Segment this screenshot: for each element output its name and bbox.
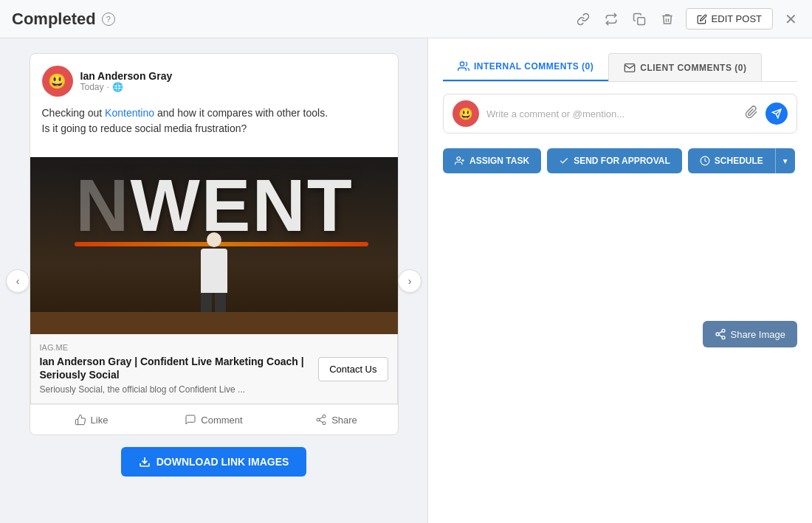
comment-send-button[interactable]: [765, 103, 788, 125]
schedule-button-group: SCHEDULE ▼: [688, 148, 795, 173]
link-icon-btn[interactable]: [574, 10, 593, 29]
stage-floor: [30, 312, 398, 334]
fb-link-preview: IAG.ME Ian Anderson Gray | Confident Liv…: [30, 334, 398, 404]
copy-icon-btn[interactable]: [630, 10, 649, 29]
svg-point-7: [460, 62, 464, 66]
svg-point-3: [323, 422, 326, 425]
help-icon[interactable]: ?: [102, 13, 115, 26]
schedule-dropdown-button[interactable]: ▼: [775, 148, 795, 173]
svg-rect-0: [637, 17, 644, 24]
share-button[interactable]: Share: [275, 408, 398, 432]
main-content: ‹ 😃 Ian Anderson Gray Today · 🌐: [0, 38, 812, 523]
share-image-button[interactable]: Share Image: [703, 321, 797, 347]
schedule-button[interactable]: SCHEDULE: [688, 148, 775, 173]
fb-link-desc: Seriously Social, the official blog of C…: [40, 384, 319, 395]
svg-point-1: [323, 415, 326, 418]
comment-button[interactable]: Comment: [153, 408, 275, 432]
close-button[interactable]: ✕: [782, 7, 800, 31]
header-right: EDIT POST ✕: [574, 7, 800, 31]
avatar: 😃: [42, 66, 73, 97]
comment-input[interactable]: [486, 108, 737, 120]
download-link-images-button[interactable]: DOWNLOAD LINK IMAGES: [121, 447, 307, 477]
like-button[interactable]: Like: [30, 408, 153, 432]
post-link[interactable]: Kontentino: [105, 107, 154, 119]
action-buttons: ASSIGN TASK SEND FOR APPROVAL SCHEDULE ▼: [443, 148, 797, 173]
fb-profile-info: Ian Anderson Gray Today · 🌐: [80, 70, 173, 92]
comment-user-avatar: 😃: [453, 100, 479, 127]
svg-point-15: [716, 333, 719, 336]
svg-point-10: [457, 157, 461, 161]
fb-post-image: N W E N T: [30, 157, 398, 334]
fb-post-meta: Today · 🌐: [80, 82, 173, 92]
facebook-post-card: 😃 Ian Anderson Gray Today · 🌐 Checking o…: [30, 53, 399, 435]
page-title: Completed: [12, 10, 96, 29]
assign-task-button[interactable]: ASSIGN TASK: [443, 148, 541, 173]
svg-line-18: [718, 331, 722, 333]
svg-point-16: [722, 336, 725, 339]
comment-tabs: INTERNAL COMMENTS (0) CLIENT COMMENTS (0…: [443, 53, 797, 82]
fb-actions: Like Comment Share: [30, 404, 398, 434]
right-panel: INTERNAL COMMENTS (0) CLIENT COMMENTS (0…: [428, 38, 812, 523]
svg-line-5: [320, 418, 323, 420]
attach-icon[interactable]: [745, 105, 758, 122]
send-for-approval-button[interactable]: SEND FOR APPROVAL: [547, 148, 682, 173]
contact-us-button[interactable]: Contact Us: [318, 357, 388, 381]
share-image-section: Share Image: [443, 321, 797, 347]
stage-letters: N W E N T: [30, 168, 398, 242]
fb-profile: 😃 Ian Anderson Gray Today · 🌐: [42, 66, 386, 97]
person-silhouette: [201, 232, 227, 314]
svg-line-17: [718, 335, 722, 337]
share-arrows-icon-btn[interactable]: [602, 10, 621, 29]
svg-line-4: [320, 420, 323, 423]
delete-icon-btn[interactable]: [658, 10, 677, 29]
comment-input-area: 😃: [443, 94, 797, 134]
globe-icon: 🌐: [112, 82, 123, 92]
fb-author-name: Ian Anderson Gray: [80, 70, 173, 82]
edit-post-button[interactable]: EDIT POST: [686, 8, 773, 30]
fb-link-title: Ian Anderson Gray | Confident Live Marke…: [40, 355, 319, 381]
prev-arrow[interactable]: ‹: [6, 269, 30, 293]
fb-post-text: Checking out Kontentino and how it compa…: [42, 105, 386, 136]
left-panel: ‹ 😃 Ian Anderson Gray Today · 🌐: [0, 38, 428, 523]
next-arrow[interactable]: ›: [398, 269, 422, 293]
header: Completed ?: [0, 0, 812, 38]
fb-card-inner: 😃 Ian Anderson Gray Today · 🌐 Checking o…: [30, 54, 398, 157]
fb-link-source: IAG.ME: [40, 343, 319, 352]
tab-client-comments[interactable]: CLIENT COMMENTS (0): [608, 53, 762, 81]
stage-background: N W E N T: [30, 157, 398, 334]
header-left: Completed ?: [12, 10, 115, 29]
tab-internal-comments[interactable]: INTERNAL COMMENTS (0): [443, 53, 608, 81]
svg-point-2: [317, 418, 320, 421]
svg-point-14: [722, 329, 725, 332]
